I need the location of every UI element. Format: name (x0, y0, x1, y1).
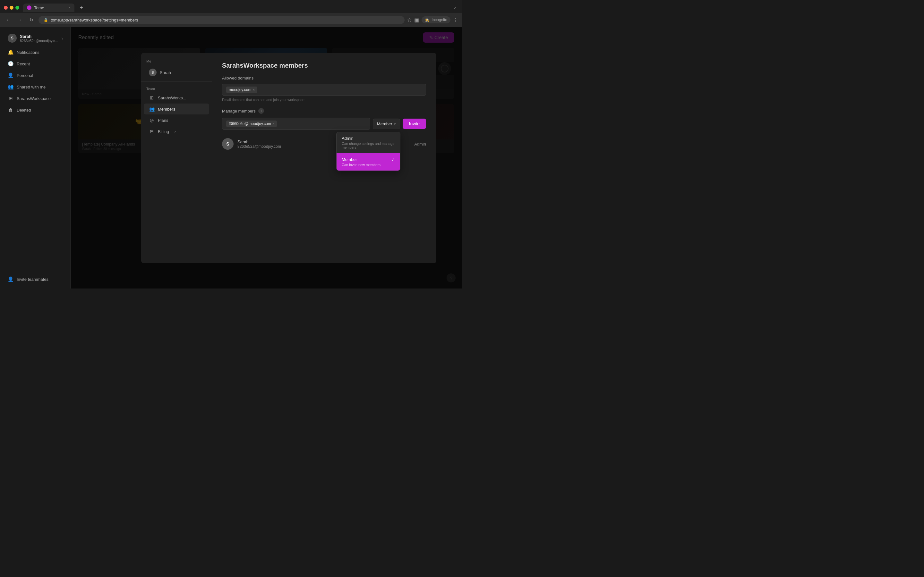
address-bar[interactable]: 🔒 tome.app/sarahsworkspace?settings=memb… (39, 16, 405, 24)
tab-favicon (27, 5, 31, 10)
panel-item-label: Billing (158, 129, 169, 134)
toolbar-right: ☆ ▣ 🕵 Incognito ⋮ (407, 16, 458, 23)
members-icon: 👥 (149, 106, 155, 112)
manage-members-row: Manage members 1 (222, 108, 426, 114)
sidebar-item-label: Personal (17, 73, 63, 78)
panel-item-billing[interactable]: ⊟ Billing ↗ (144, 126, 209, 137)
sidebar-item-invite[interactable]: 👤 Invite teammates (3, 274, 68, 285)
panel-avatar: S (149, 69, 157, 76)
close-window-btn[interactable] (4, 6, 8, 10)
tab-bar: Tome × + ⤢ (0, 0, 462, 13)
back-btn[interactable]: ← (4, 15, 13, 24)
billing-icon: ⊟ (149, 129, 155, 134)
tab-title: Tome (34, 5, 44, 10)
grid-icon: ⊞ (8, 95, 13, 101)
section-divider (141, 81, 212, 82)
app: S Sarah 8263e52a@moodjoy.c... ∨ 🔔 Notifi… (0, 27, 462, 288)
minimize-window-btn[interactable] (10, 6, 13, 10)
sidebar-toggle-icon[interactable]: ▣ (414, 17, 419, 23)
new-tab-btn[interactable]: + (77, 3, 86, 12)
address-bar-row: ← → ↻ 🔒 tome.app/sarahsworkspace?setting… (0, 13, 462, 27)
grid-icon: ⊞ (149, 95, 155, 101)
active-tab[interactable]: Tome × (23, 3, 74, 12)
user-info: Sarah 8263e52a@moodjoy.c... (20, 34, 58, 43)
panel-item-sarahsworks[interactable]: ⊞ SarahsWorks... (144, 92, 209, 103)
domain-hint: Email domains that can see and join your… (222, 98, 426, 102)
panel-item-label: Members (158, 107, 175, 111)
sidebar-item-label: Invite teammates (17, 277, 63, 282)
domain-remove-btn[interactable]: × (252, 88, 254, 92)
traffic-lights (4, 6, 19, 10)
plans-icon: ◎ (149, 117, 155, 123)
panel-item-label: Sarah (160, 70, 171, 75)
domain-tag: moodjoy.com × (226, 87, 257, 93)
manage-members-label: Manage members (222, 109, 256, 113)
members-count-badge: 1 (258, 108, 264, 114)
sidebar-item-deleted[interactable]: 🗑 Deleted (3, 105, 68, 115)
role-dropdown[interactable]: Member ∨ (373, 119, 400, 129)
sidebar-item-shared[interactable]: 👥 Shared with me (3, 81, 68, 92)
sidebar-item-recent[interactable]: 🕐 Recent (3, 58, 68, 69)
sidebar-item-label: Deleted (17, 108, 63, 113)
user-email: 8263e52a@moodjoy.c... (20, 39, 58, 43)
external-link-icon: ↗ (174, 130, 176, 133)
role-value: Member (377, 121, 393, 126)
dropdown-admin-title: Admin (342, 136, 395, 141)
me-section-label: Me (141, 58, 212, 66)
sidebar: S Sarah 8263e52a@moodjoy.c... ∨ 🔔 Notifi… (0, 27, 71, 288)
email-tag: f3660c6e@moodjoy.com × (226, 121, 277, 127)
window-controls: ⤢ (453, 5, 458, 10)
main-content: Recently edited ✎ Create New · Sarah Con… (71, 27, 462, 288)
sidebar-item-workspace[interactable]: ⊞ SarahsWorkspace (3, 93, 68, 104)
url-text: tome.app/sarahsworkspace?settings=member… (51, 18, 138, 23)
incognito-label: Incognito (431, 18, 447, 22)
refresh-btn[interactable]: ↻ (27, 15, 36, 24)
modal-title: SarahsWorkspace members (222, 62, 426, 69)
person-icon: 👤 (8, 73, 13, 78)
sidebar-item-notifications[interactable]: 🔔 Notifications (3, 47, 68, 58)
sidebar-user[interactable]: S Sarah 8263e52a@moodjoy.c... ∨ (3, 31, 68, 45)
email-value: f3660c6e@moodjoy.com (229, 121, 271, 126)
role-dropdown-menu: Admin Can change settings and manage mem… (336, 132, 401, 171)
shared-icon: 👥 (8, 84, 13, 90)
email-input[interactable]: f3660c6e@moodjoy.com × (222, 118, 370, 130)
panel-item-members[interactable]: 👥 Members (144, 103, 209, 114)
sidebar-item-label: Notifications (17, 50, 63, 55)
incognito-icon: 🕵 (425, 18, 430, 22)
dropdown-member-desc: Can invite new members (342, 163, 395, 167)
bell-icon: 🔔 (8, 49, 13, 55)
dropdown-admin-desc: Can change settings and manage members (342, 142, 395, 149)
trash-icon: 🗑 (8, 107, 13, 113)
panel-item-plans[interactable]: ◎ Plans (144, 115, 209, 126)
chevron-down-icon: ∨ (61, 37, 63, 40)
settings-main-panel: SarahsWorkspace members Allowed domains … (212, 53, 436, 263)
domain-input[interactable]: moodjoy.com × (222, 84, 426, 96)
sidebar-item-label: Recent (17, 61, 63, 66)
settings-left-panel: Me S Sarah Team ⊞ SarahsWorks... 👥 Membe… (141, 53, 212, 263)
dropdown-member-title: Member (342, 157, 395, 162)
invite-icon: 👤 (8, 276, 13, 282)
expand-icon: ⤢ (453, 5, 457, 10)
avatar: S (8, 34, 17, 43)
sidebar-item-label: Shared with me (17, 85, 63, 89)
tab-close-btn[interactable]: × (69, 6, 71, 10)
panel-item-label: SarahsWorks... (158, 95, 186, 100)
menu-icon[interactable]: ⋮ (453, 17, 458, 23)
member-avatar: S (222, 138, 234, 150)
maximize-window-btn[interactable] (15, 6, 19, 10)
dropdown-item-member[interactable]: ✓ Member Can invite new members (336, 153, 400, 171)
browser-chrome: Tome × + ⤢ ← → ↻ 🔒 tome.app/sarahsworksp… (0, 0, 462, 27)
forward-btn[interactable]: → (15, 15, 24, 24)
sidebar-item-label: SarahsWorkspace (17, 96, 63, 101)
allowed-domains-label: Allowed domains (222, 76, 426, 81)
incognito-badge: 🕵 Incognito (422, 16, 451, 23)
panel-item-user[interactable]: S Sarah (144, 66, 209, 79)
dropdown-item-admin[interactable]: Admin Can change settings and manage mem… (336, 132, 400, 153)
sidebar-item-personal[interactable]: 👤 Personal (3, 70, 68, 81)
email-remove-btn[interactable]: × (272, 122, 274, 126)
user-name: Sarah (20, 34, 58, 39)
invite-button[interactable]: Invite (403, 119, 426, 129)
check-icon: ✓ (391, 157, 395, 162)
lock-icon: 🔒 (44, 18, 48, 22)
star-icon[interactable]: ☆ (407, 17, 412, 23)
